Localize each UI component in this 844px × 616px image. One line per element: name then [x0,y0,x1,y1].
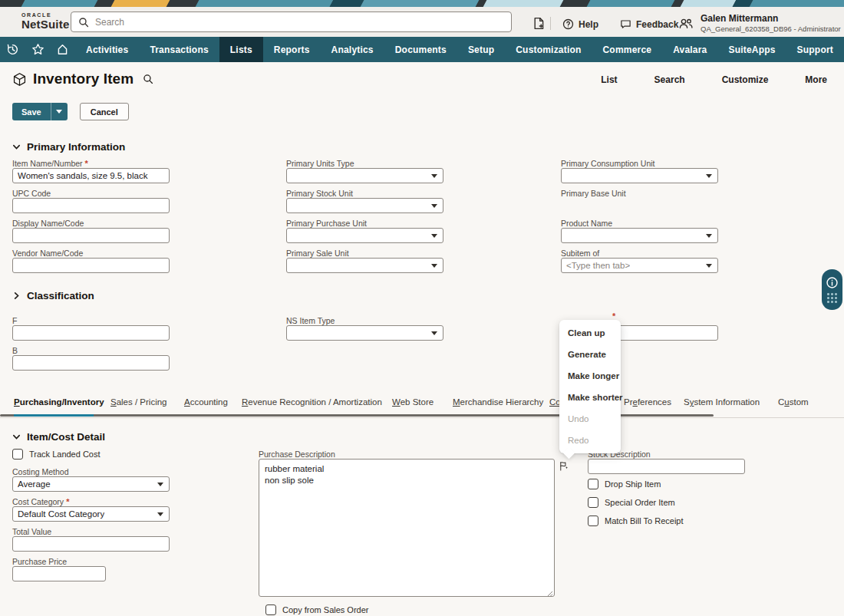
recent-records-button[interactable] [0,37,25,62]
consumption-unit-select[interactable] [561,168,718,183]
action-list[interactable]: List [601,74,617,85]
sale-unit-select[interactable] [286,258,443,273]
nav-item-transactions[interactable]: Transactions [139,37,219,62]
vendor-name-label: Vendor Name/Code [12,248,170,258]
action-customize[interactable]: Customize [722,74,769,85]
field-consumption-unit: Primary Consumption Unit [561,158,718,183]
stock-unit-label: Primary Stock Unit [286,188,443,198]
resize-handle-icon[interactable] [547,591,553,597]
nav-item-avalara[interactable]: Avalara [662,37,717,62]
global-search[interactable] [71,12,512,32]
ns-item-type-label: NS Item Type [286,315,443,325]
subitem-placeholder: <Type then tab> [566,261,630,270]
cost-category-select[interactable]: Default Cost Category [12,506,170,522]
drag-dots-icon [827,293,837,303]
f-input[interactable] [12,325,170,341]
users-icon[interactable] [678,17,694,30]
nav-item-suiteapps[interactable]: SuiteApps [717,37,786,62]
subitem-of-select[interactable]: <Type then tab> [561,258,718,273]
new-document-icon[interactable] [532,17,546,30]
nav-item-documents[interactable]: Documents [384,37,457,62]
nav-item-activities[interactable]: Activities [75,37,139,62]
dropdown-arrow-icon [157,512,163,516]
copy-from-sales-order-checkbox[interactable]: Copy from Sales Order [265,604,555,615]
match-bill-to-receipt-label: Match Bill To Receipt [605,516,684,525]
vendor-name-input[interactable] [12,258,170,273]
nav-item-customization[interactable]: Customization [505,37,592,62]
product-name-select[interactable] [561,228,718,243]
total-value-label: Total Value [12,526,170,536]
tab-custom[interactable]: Custom [778,397,809,407]
feedback-button[interactable]: Feedback [620,18,678,30]
tab-system-information[interactable]: System Information [684,397,760,407]
nav-item-lists[interactable]: Lists [219,37,263,62]
stock-unit-select[interactable] [286,198,443,213]
tab-sales-pricing[interactable]: Sales / Pricing [110,397,167,407]
nav-item-analytics[interactable]: Analytics [321,37,384,62]
item-cost-detail-header[interactable]: Item/Cost Detail [12,431,105,443]
b-input[interactable] [12,355,170,371]
purchase-unit-select[interactable] [286,228,443,243]
title-search-icon[interactable] [143,74,153,84]
drop-ship-item-checkbox[interactable]: Drop Ship Item [588,479,745,489]
tab-preferences[interactable]: Preferences [624,397,671,407]
purchase-price-label: Purchase Price [12,556,170,566]
field-purchase-unit: Primary Purchase Unit [286,218,443,243]
nav-item-setup[interactable]: Setup [457,37,505,62]
checkbox-icon [588,516,598,526]
save-button[interactable]: Save [12,103,51,120]
help-button[interactable]: Help [562,18,598,30]
costing-method-select[interactable]: Average [12,476,170,492]
user-menu[interactable]: Galen Mittermann QA_General_620358_DB96 … [701,13,841,34]
home-icon [56,43,69,56]
menu-item-undo: Undo [559,408,621,430]
assistant-widget[interactable] [822,269,842,310]
menu-item-make-longer[interactable]: Make longer [559,365,621,387]
consumption-unit-label: Primary Consumption Unit [561,158,718,168]
item-name-input[interactable] [12,168,170,183]
stock-description-input[interactable] [588,459,745,474]
special-order-item-checkbox[interactable]: Special Order Item [588,497,745,508]
sale-unit-label: Primary Sale Unit [286,248,443,258]
save-dropdown-button[interactable] [51,103,68,120]
field-costing-method: Costing Method Average [12,466,170,492]
purchase-unit-label: Primary Purchase Unit [286,218,443,228]
global-search-input[interactable] [95,17,504,28]
chevron-right-icon [12,292,21,300]
tab-purchasing-inventory[interactable]: Purchasing/Inventory [14,397,104,407]
display-name-input[interactable] [12,228,170,243]
section-title: Item/Cost Detail [27,431,105,443]
upc-code-input[interactable] [12,198,170,213]
menu-item-generate[interactable]: Generate [559,344,621,365]
tab-web-store[interactable]: Web Store [392,397,434,407]
shortcuts-button[interactable] [25,37,51,62]
classification-header[interactable]: Classification [12,290,94,301]
purchase-description-textarea[interactable]: rubber material non slip sole [259,459,555,597]
feedback-icon [620,18,631,30]
nav-item-commerce[interactable]: Commerce [592,37,663,62]
netsuite-logo[interactable]: ORACLE NetSuite [21,12,69,30]
text-enhance-icon[interactable] [559,461,569,471]
menu-item-clean-up[interactable]: Clean up [559,322,621,344]
menu-item-make-shorter[interactable]: Make shorter [559,387,621,408]
nav-item-reports[interactable]: Reports [263,37,321,62]
tab-accounting[interactable]: Accounting [184,397,228,407]
cancel-button[interactable]: Cancel [80,103,129,120]
total-value-input[interactable] [12,536,170,552]
ns-item-type-select[interactable] [286,325,443,341]
units-type-select[interactable] [286,168,443,183]
user-role: QA_General_620358_DB96 - Administrator [701,25,841,34]
f-label: F [12,315,170,325]
help-label: Help [579,19,598,30]
track-landed-cost-checkbox[interactable]: Track Landed Cost [12,449,170,460]
tab-revenue-recognition[interactable]: Revenue Recognition / Amortization [242,397,382,407]
purchase-price-input[interactable] [12,566,106,581]
required-marker: * [66,497,69,506]
nav-item-support[interactable]: Support [786,37,844,62]
action-more[interactable]: More [805,74,827,85]
tab-merchandise-hierarchy[interactable]: Merchandise Hierarchy [453,397,543,407]
home-button[interactable] [50,37,75,62]
primary-information-header[interactable]: Primary Information [12,141,125,153]
action-search[interactable]: Search [654,74,685,85]
match-bill-to-receipt-checkbox[interactable]: Match Bill To Receipt [588,516,745,526]
